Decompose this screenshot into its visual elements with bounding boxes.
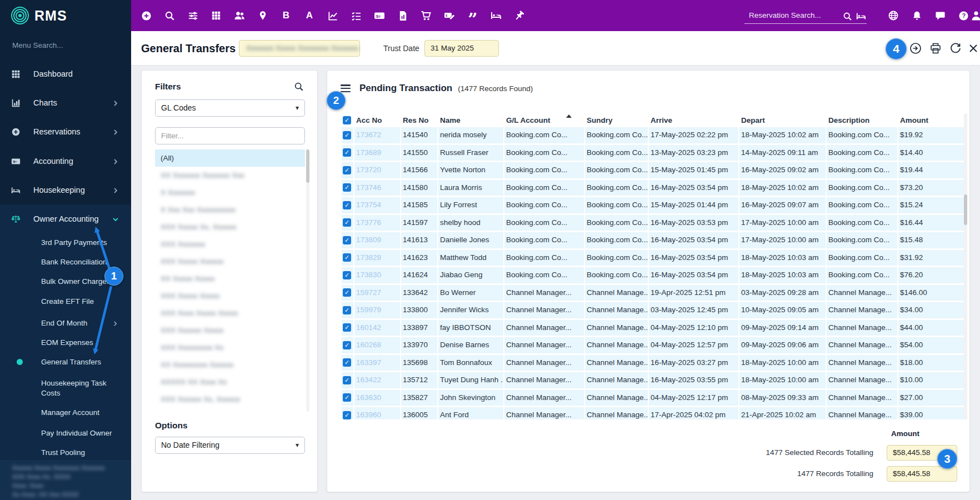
sliders-icon[interactable] — [186, 9, 199, 22]
acc-no-link[interactable]: 160268 — [354, 337, 401, 353]
gavel-icon[interactable] — [513, 9, 526, 22]
checkbox-checked-icon[interactable]: ✓ — [343, 376, 351, 384]
filter-text-input[interactable]: Filter... — [155, 127, 305, 144]
checkbox-checked-icon[interactable]: ✓ — [343, 218, 351, 227]
list-item-blurred[interactable]: XX Xxxxxxx Xxxxxxx Xxx — [155, 167, 305, 184]
acc-no-link[interactable]: 159979 — [354, 302, 401, 318]
row-checkbox[interactable]: ✓ — [342, 162, 354, 178]
rms-logo[interactable]: RMS — [10, 6, 67, 26]
row-checkbox[interactable]: ✓ — [342, 197, 354, 213]
grid-icon[interactable] — [209, 9, 223, 22]
sidebar-item-charts[interactable]: Charts — [0, 97, 131, 111]
acc-no-link[interactable]: 173746 — [354, 180, 401, 196]
filters-list-scrollbar[interactable] — [306, 149, 309, 412]
list-item-blurred[interactable]: XX Xxxxx Xxxxx — [155, 270, 305, 287]
list-item-blurred[interactable]: XXX Xxxxxx Xx, Xxxxxx — [155, 391, 305, 408]
list-item-blurred[interactable]: X Xxxxxxx — [155, 184, 305, 201]
go-arrow-circle-icon[interactable] — [909, 42, 922, 54]
row-checkbox[interactable]: ✓ — [342, 215, 354, 231]
sidebar-item-housekeeping[interactable]: Housekeeping — [0, 184, 131, 198]
task-list-icon[interactable] — [349, 9, 363, 22]
row-checkbox[interactable]: ✓ — [342, 145, 354, 161]
trust-date-field[interactable]: 31 May 2025 — [424, 40, 499, 57]
bed-icon[interactable] — [489, 9, 503, 22]
column-header-gl-account[interactable]: G/L Account — [504, 113, 585, 127]
column-header-name[interactable]: Name — [438, 113, 504, 127]
row-checkbox[interactable]: ✓ — [342, 372, 354, 388]
checkbox-checked-icon[interactable]: ✓ — [343, 411, 351, 419]
add-icon[interactable] — [139, 9, 153, 22]
checkbox-checked-icon[interactable]: ✓ — [343, 341, 351, 349]
checkbox-checked-icon[interactable]: ✓ — [343, 183, 351, 192]
sidebar-item-dashboard[interactable]: Dashboard — [0, 68, 131, 82]
bold-b-icon[interactable]: B — [279, 9, 293, 22]
acc-no-link[interactable]: 163397 — [354, 355, 401, 371]
row-checkbox[interactable]: ✓ — [342, 127, 354, 143]
column-header-amount[interactable]: Amount — [898, 113, 967, 127]
acc-no-link[interactable]: 173754 — [354, 197, 401, 213]
row-checkbox[interactable]: ✓ — [342, 180, 354, 196]
acc-no-link[interactable]: 173672 — [354, 127, 401, 143]
checkbox-checked-icon[interactable]: ✓ — [343, 166, 351, 174]
acc-no-link[interactable]: 173830 — [354, 267, 401, 283]
refresh-icon[interactable] — [949, 42, 962, 54]
users-icon[interactable] — [233, 9, 246, 22]
chat-icon[interactable] — [933, 9, 947, 22]
menu-search-input[interactable]: Menu Search... — [12, 41, 63, 49]
list-item-blurred[interactable]: XXX Xxxx Xxxxx Xxxxx — [155, 304, 305, 322]
sidebar-item-reservations[interactable]: Reservations — [0, 126, 131, 139]
column-header-sundry[interactable]: Sundry — [585, 113, 649, 127]
row-checkbox[interactable]: ✓ — [342, 407, 354, 419]
column-header-acc-no[interactable]: Acc No — [354, 113, 401, 127]
sidebar-subitem-housekeeping-task-costs[interactable]: Housekeeping Task Costs — [41, 378, 124, 398]
cart-icon[interactable] — [419, 9, 433, 22]
sidebar-item-accounting[interactable]: $= Accounting — [0, 156, 131, 169]
list-item-blurred[interactable]: XXX Xxxxx Xxxxx — [155, 287, 305, 304]
column-header-ar[interactable]: Arrive — [649, 113, 739, 127]
sidebar-subitem-pay-individual-owner[interactable]: Pay Individual Owner — [41, 428, 124, 438]
globe-icon[interactable] — [887, 9, 900, 22]
table-scrollbar[interactable] — [964, 113, 967, 419]
row-checkbox[interactable]: ✓ — [342, 267, 354, 283]
acc-no-link[interactable]: 173776 — [354, 215, 401, 231]
scrollbar-thumb[interactable] — [964, 194, 967, 225]
checkbox-checked-icon[interactable]: ✓ — [343, 358, 351, 367]
checkbox-checked-icon[interactable]: ✓ — [343, 288, 351, 297]
acc-no-link[interactable]: 173828 — [354, 250, 401, 266]
gl-codes-select[interactable]: GL Codes ▾ — [155, 99, 305, 117]
acc-no-link[interactable]: 163630 — [354, 390, 401, 406]
list-item-blurred[interactable]: X Xxx Xxx Xxxxxxxxxx — [155, 201, 305, 218]
card-edit-icon[interactable]: $ — [443, 9, 456, 22]
bell-icon[interactable] — [910, 9, 923, 22]
checkbox-checked-icon[interactable]: ✓ — [343, 236, 351, 244]
reservation-search-icon[interactable] — [841, 9, 854, 23]
column-header-res-no[interactable]: Res No — [401, 113, 438, 127]
payment-card-icon[interactable]: $= — [373, 9, 386, 22]
letter-a-icon[interactable]: A — [303, 9, 316, 22]
acc-no-link[interactable]: 173689 — [354, 145, 401, 161]
column-header-depart[interactable]: Depart — [739, 113, 827, 127]
list-item-blurred[interactable]: XXX Xxxxxx Xxxxx — [155, 322, 305, 339]
row-checkbox[interactable]: ✓ — [342, 285, 354, 301]
list-item-blurred[interactable]: XXX Xxxxx Xx, Xxxxxx — [155, 218, 305, 236]
checkbox-checked-icon[interactable]: ✓ — [343, 131, 351, 139]
acc-no-link[interactable]: 173720 — [354, 162, 401, 178]
row-checkbox[interactable]: ✓ — [342, 302, 354, 318]
checkbox-checked-icon[interactable]: ✓ — [343, 306, 351, 314]
report-file-icon[interactable] — [396, 9, 409, 22]
row-checkbox[interactable]: ✓ — [342, 320, 354, 336]
panel-menu-icon[interactable] — [341, 84, 351, 92]
checkbox-checked-icon[interactable]: ✓ — [343, 201, 351, 209]
list-item-blurred[interactable]: XXX Xxxxx Xxxxxx — [155, 253, 305, 270]
user-profile-icon[interactable] — [969, 9, 980, 22]
property-field[interactable]: Xxxxxxx Xxxxx Xxxxxxxx Xxxxxxx — [239, 40, 360, 57]
list-item-blurred[interactable]: XXXXX XX Xxxx Xx — [155, 373, 305, 391]
checkbox-checked-icon[interactable]: ✓ — [343, 148, 351, 157]
list-item-blurred[interactable]: XXX Xxxxxxx — [155, 236, 305, 253]
quote-icon[interactable]: ” — [466, 9, 479, 22]
row-checkbox[interactable]: ✓ — [342, 390, 354, 406]
checkbox-checked-icon[interactable]: ✓ — [343, 253, 351, 262]
acc-no-link[interactable]: 163960 — [354, 407, 401, 419]
acc-no-link[interactable]: 163422 — [354, 372, 401, 388]
checkbox-checked-icon[interactable]: ✓ — [343, 271, 351, 279]
